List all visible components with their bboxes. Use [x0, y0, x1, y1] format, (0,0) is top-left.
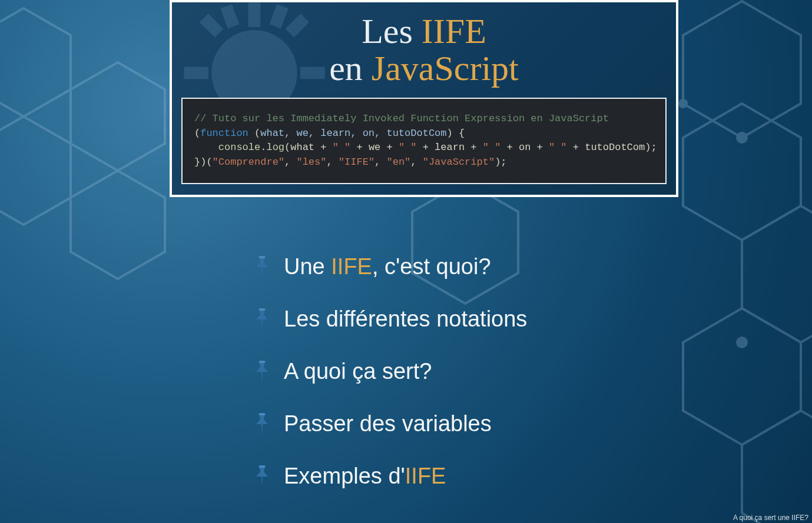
- pushpin-icon: [253, 412, 271, 436]
- svg-point-26: [258, 256, 266, 258]
- bullet-text: Passer des variables: [284, 411, 492, 437]
- slide-title: Les IIFE en JavaScript: [172, 2, 676, 93]
- bullet-item: Exemples d'IIFE: [253, 464, 527, 489]
- bullet-item: A quoi ça sert?: [253, 359, 527, 384]
- pushpin-icon: [253, 255, 271, 279]
- bullet-text: A quoi ça sert?: [284, 359, 432, 384]
- svg-point-11: [736, 337, 748, 348]
- bullet-list: Une IIFE, c'est quoi? Les différentes no…: [253, 254, 527, 516]
- bullet-text: Les différentes notations: [284, 307, 527, 332]
- svg-marker-5: [683, 1, 801, 138]
- svg-marker-7: [742, 206, 812, 342]
- code-snippet: // Tuto sur les Immediately Invoked Func…: [181, 98, 667, 184]
- svg-marker-9: [742, 411, 812, 523]
- bullet-text: Une IIFE, c'est quoi?: [284, 254, 491, 279]
- bullet-item: Passer des variables: [253, 411, 527, 437]
- bullet-item: Une IIFE, c'est quoi?: [253, 254, 527, 279]
- svg-point-10: [736, 132, 748, 144]
- title-card: Les IIFE en JavaScript // Tuto sur les I…: [170, 0, 678, 197]
- svg-point-29: [258, 413, 266, 415]
- bullet-item: Les différentes notations: [253, 307, 527, 332]
- svg-point-30: [258, 465, 266, 468]
- footer-caption: A quoi ça sert une IIFE?: [733, 514, 808, 522]
- svg-marker-8: [683, 308, 801, 445]
- code-comment: // Tuto sur les Immediately Invoked Func…: [194, 113, 609, 124]
- title-line1-prefix: Les: [362, 12, 422, 51]
- title-line2-accent: JavaScript: [372, 49, 519, 88]
- svg-marker-0: [0, 8, 71, 116]
- pushpin-icon: [253, 308, 271, 331]
- pushpin-icon: [253, 360, 271, 384]
- bullet-text: Exemples d'IIFE: [284, 464, 446, 489]
- title-line1-accent: IIFE: [422, 12, 486, 51]
- svg-marker-1: [71, 62, 165, 171]
- svg-point-28: [258, 361, 266, 363]
- title-line2-prefix: en: [329, 49, 372, 88]
- svg-point-12: [678, 99, 688, 108]
- svg-marker-6: [683, 104, 801, 240]
- svg-marker-3: [71, 171, 165, 279]
- svg-marker-2: [0, 116, 71, 225]
- svg-point-27: [258, 308, 266, 311]
- pushpin-icon: [253, 465, 271, 488]
